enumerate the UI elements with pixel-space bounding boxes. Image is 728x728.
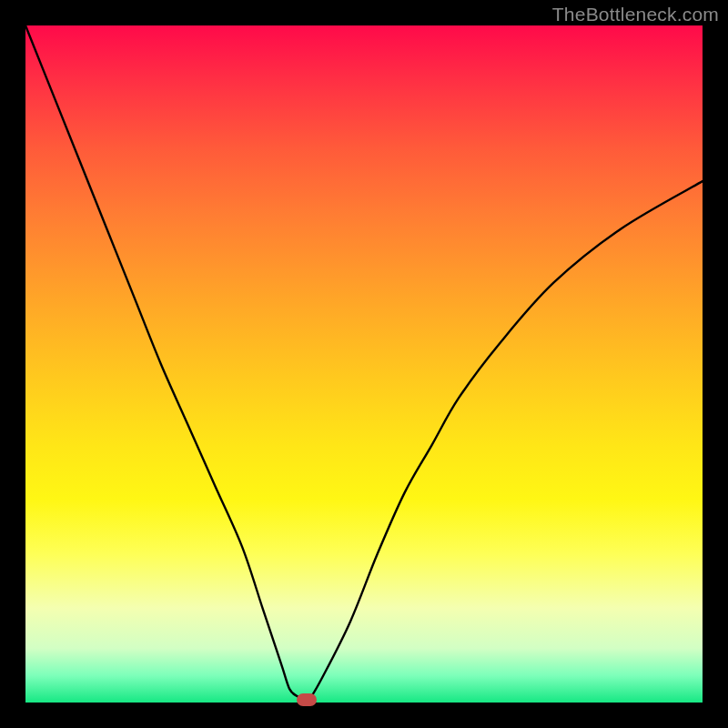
curve-path bbox=[25, 25, 703, 701]
chart-frame: TheBottleneck.com bbox=[0, 0, 728, 728]
bottleneck-curve bbox=[25, 25, 703, 703]
optimal-marker bbox=[297, 693, 317, 706]
plot-area bbox=[25, 25, 703, 703]
watermark-text: TheBottleneck.com bbox=[552, 4, 719, 25]
